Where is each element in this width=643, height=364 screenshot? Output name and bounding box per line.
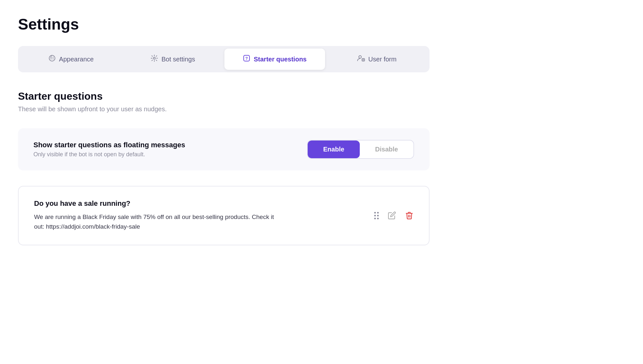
tab-bot-settings[interactable]: Bot settings [122,49,223,70]
floating-messages-text: Show starter questions as floating messa… [33,141,185,158]
question-body: We are running a Black Friday sale with … [34,212,278,232]
section-subtitle: These will be shown upfront to your user… [18,105,625,113]
svg-point-2 [52,57,53,58]
toggle-group: Enable Disable [307,140,414,159]
tab-user-form-label: User form [368,56,397,63]
user-form-icon [357,54,365,64]
disable-button[interactable]: Disable [360,141,413,158]
question-title: Do you have a sale running? [34,199,278,208]
question-content: Do you have a sale running? We are runni… [34,199,278,232]
question-card: Do you have a sale running? We are runni… [18,186,430,245]
enable-button[interactable]: Enable [308,141,360,158]
gear-icon [150,54,158,64]
svg-text:?: ? [245,56,248,61]
floating-messages-sublabel: Only visible if the bot is not open by d… [33,151,185,158]
floating-messages-card: Show starter questions as floating messa… [18,128,430,170]
svg-point-8 [359,56,361,58]
svg-point-3 [50,59,51,59]
tab-user-form[interactable]: User form [326,49,427,70]
edit-icon[interactable] [388,211,396,220]
question-icon: ? [243,54,250,64]
tab-bot-settings-label: Bot settings [161,56,195,63]
tab-starter-questions[interactable]: ? Starter questions [224,49,325,70]
palette-icon [48,54,56,64]
tab-starter-questions-label: Starter questions [254,56,306,63]
delete-icon[interactable] [405,211,413,220]
page-title: Settings [18,15,625,33]
svg-point-5 [153,57,155,59]
tab-appearance-label: Appearance [59,56,94,63]
floating-messages-label: Show starter questions as floating messa… [33,141,185,149]
section-title: Starter questions [18,90,625,102]
tab-appearance[interactable]: Appearance [21,49,121,70]
drag-handle-icon[interactable] [374,212,379,219]
svg-point-4 [52,59,53,59]
svg-point-0 [49,55,55,61]
tabs-container: Appearance Bot settings ? Starter questi… [18,46,430,72]
question-actions [374,211,413,220]
